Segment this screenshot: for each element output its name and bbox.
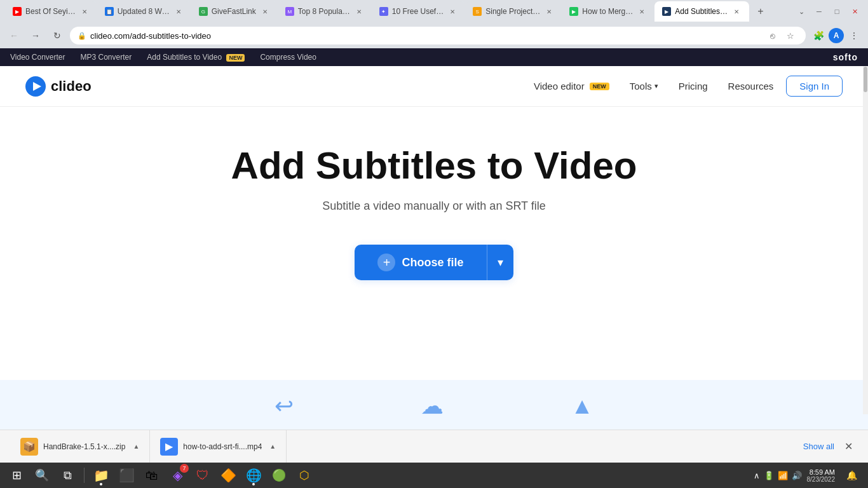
tab-close-givefastlink[interactable]: ✕ [260,6,270,17]
download-bar-close[interactable]: ✕ [839,438,858,455]
toolbar-compress-video[interactable]: Compress Video [260,53,316,62]
task-view-button[interactable]: ⧉ [56,464,79,487]
tab-close-10free[interactable]: ✕ [447,6,458,17]
download-chevron-handbrake[interactable]: ▲ [133,443,139,450]
nav-pricing[interactable]: Pricing [671,77,715,95]
search-icon: 🔍 [35,468,49,482]
download-item-howto: ▶ how-to-add-srt-fi....mp4 ▲ [150,430,287,463]
feature-icon-1: ↩ [275,393,294,419]
tab-close-top8[interactable]: ✕ [354,6,364,17]
new-badge-subtitles: NEW [226,54,245,62]
tab-top8[interactable]: M Top 8 Popula… ✕ [278,1,372,22]
download-label-howto: how-to-add-srt-fi....mp4 [183,442,262,451]
tab-close-single[interactable]: ✕ [544,6,554,17]
tab-list-button[interactable]: ⌄ [793,3,810,20]
choose-file-button[interactable]: + Choose file [355,245,486,280]
windows-icon: ⊞ [12,468,22,482]
page-title: Add Subtitles to Video [231,145,637,187]
taskbar-right: ∧ 🔋 📶 🔊 8:59 AM 8/23/2022 🔔 [754,464,864,487]
tab-addsubtitles[interactable]: ▶ Add Subtitles… ✕ [654,1,749,22]
scrollbar[interactable] [863,66,868,414]
taskbar-chrome-b[interactable]: ⬡ [293,464,316,487]
bookmark-icon[interactable]: ☆ [783,28,798,43]
logo-icon [25,76,46,97]
tab-close-updated[interactable]: ✕ [173,6,184,17]
nav-resources[interactable]: Resources [721,77,782,95]
refresh-button[interactable]: ↻ [48,27,66,44]
tab-favicon-yt: ▶ [13,7,22,16]
taskbar-clock[interactable]: 8:59 AM 8/23/2022 [807,468,836,483]
download-chevron-howto[interactable]: ▲ [269,443,276,450]
nav-video-editor[interactable]: Video editor NEW [526,77,617,95]
site-logo[interactable]: clideo [25,76,92,97]
search-button[interactable]: 🔍 [31,464,53,487]
browser-actions: 🧩 A ⋮ [810,27,863,44]
tab-close-yt[interactable]: ✕ [79,6,90,17]
tab-10free[interactable]: ✦ 10 Free Usef… ✕ [372,1,465,22]
taskbar-vlc[interactable]: 🔶 [217,464,240,487]
scrollbar-thumb[interactable] [864,67,867,92]
taskbar-mcafee[interactable]: 🛡 [191,464,214,487]
logo-text: clideo [51,78,92,95]
toolbar-mp3-converter[interactable]: MP3 Converter [81,53,132,62]
taskbar-system-icons: ∧ 🔋 📶 🔊 [754,471,802,480]
taskbar-chrome-a[interactable]: 🟢 [268,464,290,487]
choose-file-dropdown[interactable]: ▾ [487,245,513,280]
new-tab-button[interactable]: + [752,3,770,20]
address-bar: ← → ↻ 🔒 clideo.com/add-subtitles-to-vide… [0,23,868,48]
forward-button[interactable]: → [27,27,44,44]
new-badge-editor: NEW [590,83,609,90]
chevron-down-icon: ▾ [498,255,503,269]
toolbar-add-subtitles[interactable]: Add Subtitles to Video NEW [147,53,245,62]
show-hidden-icons[interactable]: ∧ [754,471,760,480]
extensions-button[interactable]: 🧩 [810,27,827,44]
back-button[interactable]: ← [5,27,23,44]
edge-active-dot [252,483,255,485]
feature-icon-2: ☁ [421,393,444,419]
plus-icon: + [377,254,395,271]
site-nav: clideo Video editor NEW Tools ▾ Pricing … [0,66,868,107]
url-text: clideo.com/add-subtitles-to-video [90,31,761,41]
sign-in-button[interactable]: Sign In [786,76,843,97]
taskbar-figma[interactable]: ◈ 7 [166,464,189,487]
show-all-button[interactable]: Show all [798,439,839,454]
main-content: Add Subtitles to Video Subtitle a video … [0,107,868,380]
toolbar-video-converter[interactable]: Video Converter [10,53,65,62]
page-subtitle: Subtitle a video manually or with an SRT… [322,200,546,213]
close-button[interactable]: ✕ [846,3,863,20]
tab-givefastlink[interactable]: G GiveFastLink ✕ [191,1,278,22]
download-icon-zip: 📦 [20,438,38,456]
volume-icon[interactable]: 🔊 [792,471,802,480]
battery-icon: 🔋 [764,471,774,480]
taskbar-store[interactable]: 🛍 [140,464,163,487]
tab-single[interactable]: S Single Project… ✕ [465,1,562,22]
taskbar-terminal[interactable]: ⬛ [115,464,138,487]
minimize-button[interactable]: ─ [811,3,827,20]
notification-icon: 🔔 [846,470,857,480]
url-actions: ⎋ ☆ [765,28,798,43]
app-active-dot [100,483,102,485]
maximize-button[interactable]: □ [829,3,845,20]
tab-close-addsubtitles[interactable]: ✕ [731,6,742,17]
figma-badge: 7 [180,464,189,473]
notification-button[interactable]: 🔔 [840,464,863,487]
taskbar-edge[interactable]: 🌐 [242,464,265,487]
tab-howtomerge[interactable]: ▶ How to Merg… ✕ [562,1,654,22]
tab-yt[interactable]: ▶ Best Of Seyi… ✕ [5,1,97,22]
tab-favicon-howtomerge: ▶ [569,7,578,16]
tab-updated[interactable]: 📋 Updated 8 W… ✕ [97,1,191,22]
download-item-handbrake: 📦 HandBrake-1.5.1-x....zip ▲ [10,430,150,463]
tab-favicon-addsubtitles: ▶ [662,7,671,16]
more-options-button[interactable]: ⋮ [845,27,863,44]
taskbar-file-explorer[interactable]: 📁 [90,464,112,487]
top-toolbar: Video Converter MP3 Converter Add Subtit… [0,48,868,66]
share-icon[interactable]: ⎋ [765,28,780,43]
tab-bar: ▶ Best Of Seyi… ✕ 📋 Updated 8 W… ✕ G Giv… [0,0,868,23]
profile-avatar[interactable]: A [829,28,844,43]
softo-brand: softo [833,52,858,62]
tab-close-howtomerge[interactable]: ✕ [637,6,647,17]
task-view-icon: ⧉ [64,469,72,482]
url-bar[interactable]: 🔒 clideo.com/add-subtitles-to-video ⎋ ☆ [70,27,806,44]
start-button[interactable]: ⊞ [5,464,28,487]
nav-tools[interactable]: Tools ▾ [622,77,666,95]
